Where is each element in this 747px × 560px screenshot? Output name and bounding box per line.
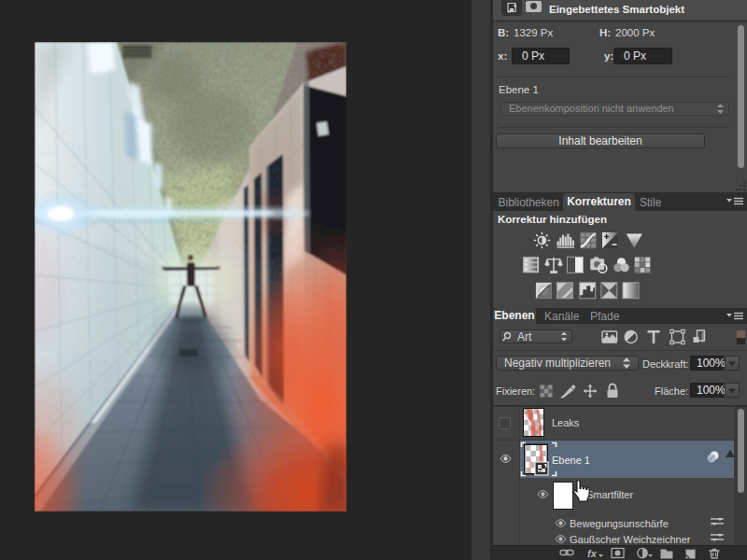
svg-text:fx: fx	[587, 548, 598, 559]
